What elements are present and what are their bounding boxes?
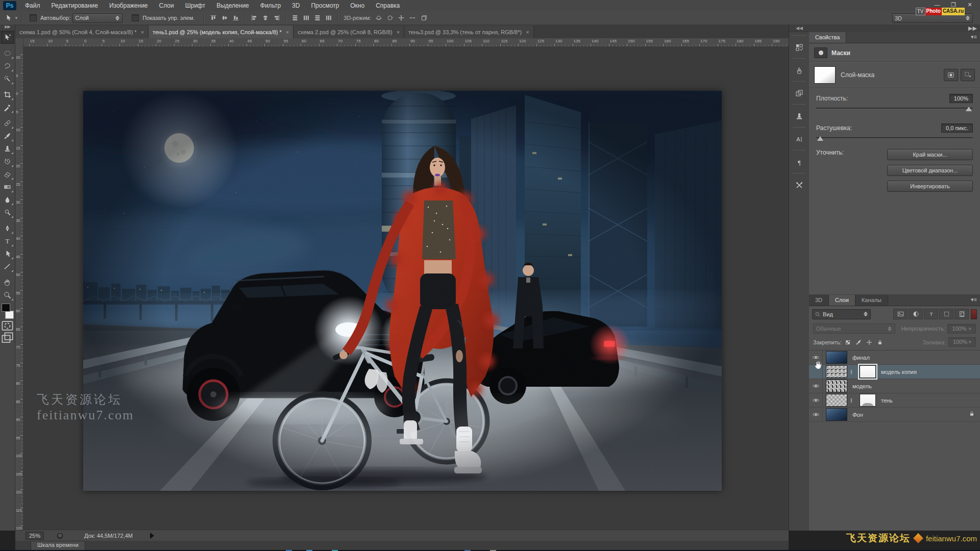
autoselect-target-dropdown[interactable]: Слой [72,13,122,23]
add-vector-mask-button[interactable] [961,69,975,81]
3d-scale-icon[interactable] [418,13,429,23]
align-top-edges-icon[interactable] [208,13,219,23]
select-pixel-mask-button[interactable] [944,69,958,81]
menu-шрифт[interactable]: Шрифт [180,0,211,11]
3d-slide-icon[interactable] [407,13,418,23]
layer-filter-dropdown[interactable]: Вид [812,309,871,319]
layer-mask-thumbnail[interactable] [814,66,836,84]
layer-thumbnail[interactable] [826,351,847,364]
layer-name[interactable]: финал [852,355,870,361]
clone-stamp-tool[interactable] [1,142,14,155]
layer-visibility-eye-icon[interactable] [809,408,823,421]
menu-справка[interactable]: Справка [370,0,405,11]
tab-слои[interactable]: Слои [829,295,855,306]
layer-thumbnail[interactable] [826,365,847,378]
lock-position-icon[interactable] [865,338,874,346]
layer-thumbnail[interactable] [826,380,847,392]
filter-smart-objects-icon[interactable] [954,309,969,319]
status-menu-arrow-icon[interactable] [150,533,154,539]
tab-close-icon[interactable]: × [397,29,400,35]
layer-row-5[interactable]: Фон [809,408,980,422]
hand-tool[interactable] [1,276,14,289]
expand-dock-icon[interactable]: ◀◀ [789,24,810,32]
menu-файл[interactable]: Файл [19,0,46,11]
preset-caret-icon[interactable]: ▼ [14,16,18,20]
brush-tool[interactable] [1,130,14,142]
eraser-tool[interactable] [1,168,14,181]
tab-close-icon[interactable]: × [526,29,529,35]
collapsed-panel-clone-source-icon[interactable] [789,86,810,101]
layer-thumbnail[interactable] [826,408,847,421]
distribute-vertical-icon[interactable] [289,13,301,23]
background-color-swatch[interactable] [5,311,14,319]
mask-link-chain-icon[interactable] [848,368,854,375]
layer-row-4[interactable]: тень [809,393,980,408]
layer-mask-thumbnail[interactable] [860,365,876,378]
color-range-button[interactable]: Цветовой диапазон... [887,165,973,176]
quick-mask-button[interactable] [1,320,14,331]
align-vertical-centers-icon[interactable] [219,13,230,23]
gradient-tool[interactable] [1,181,14,193]
zoom-tool[interactable] [1,289,14,302]
collapsed-panel-paragraph-icon[interactable]: ¶ [789,155,810,170]
blend-mode-dropdown[interactable]: Обычные [813,323,895,334]
document-tab-1[interactable]: схема 1.psd @ 50% (Слой 4, Слой-маска/8)… [15,26,149,38]
layer-mask-thumbnail[interactable] [860,394,876,407]
collapsed-panel-brush-icon[interactable] [789,63,810,78]
collapse-tools-icon[interactable]: ▶▶ [0,24,15,31]
layer-name[interactable]: тень [881,397,893,404]
menu-редактирование[interactable]: Редактирование [46,0,104,11]
collapsed-panel-styles-icon[interactable] [789,109,810,124]
menu-изображение[interactable]: Изображение [104,0,154,11]
document-tab-3[interactable]: схема 2.psd @ 25% (Слой 8, RGB/8)× [293,26,404,38]
opacity-field[interactable]: 100%▾ [947,324,976,334]
layer-name[interactable]: Фон [852,412,863,418]
tab-каналы[interactable]: Каналы [855,295,888,306]
move-tool-preset-icon[interactable] [3,13,14,23]
dodge-tool[interactable] [1,206,14,219]
layer-name[interactable]: модель [852,383,872,389]
density-slider[interactable] [816,106,973,111]
distribute-lefts-icon[interactable] [323,13,334,23]
3d-orbit-icon[interactable] [373,13,384,23]
filter-type-layers-icon[interactable]: T [924,309,938,319]
document-tab-2[interactable]: тень1.psd @ 25% (модель копия, Слой-маск… [149,26,293,38]
line-tool[interactable] [1,260,14,273]
photo-document[interactable] [83,91,722,491]
menu-фильтр[interactable]: Фильтр [255,0,286,11]
lock-transparency-icon[interactable] [843,338,852,346]
tab-close-icon[interactable]: × [141,29,144,35]
collapsed-panel-character-icon[interactable]: A [789,132,810,147]
align-left-edges-icon[interactable] [249,13,260,23]
marquee-tool[interactable] [1,47,14,60]
properties-panel-menu-icon[interactable]: ▾≡ [971,34,977,40]
history-brush-tool[interactable] [1,155,14,168]
layer-visibility-eye-icon[interactable] [809,379,823,393]
blur-tool[interactable] [1,193,14,206]
autoselect-checkbox[interactable] [30,14,37,21]
distribute-tops-icon[interactable] [312,13,323,23]
tab-properties[interactable]: Свойства [809,32,846,43]
align-right-edges-icon[interactable] [271,13,282,23]
collapse-dock-icon[interactable]: ▶▶ [968,25,977,32]
mask-link-chain-icon[interactable] [848,397,854,404]
menu-3d[interactable]: 3D [286,0,305,11]
show-transform-controls-checkbox[interactable] [132,14,139,21]
feather-value[interactable]: 0,0 пикс. [941,123,973,133]
align-bottom-edges-icon[interactable] [230,13,241,23]
3d-roll-icon[interactable] [384,13,396,23]
lock-pixels-icon[interactable] [854,338,863,346]
filter-toggle[interactable] [971,309,977,319]
layers-panel-menu-icon[interactable]: ▾≡ [971,296,977,303]
layer-row-1[interactable]: финал [809,350,980,365]
layer-thumbnail[interactable] [826,394,847,407]
tab-3d[interactable]: 3D [809,295,829,306]
pen-tool[interactable] [1,222,14,235]
foreground-color-swatch[interactable] [2,304,10,312]
eyedropper-tool[interactable] [1,101,14,114]
collapsed-panel-properties-icon[interactable] [789,40,810,55]
healing-brush-tool[interactable] [1,117,14,130]
lasso-tool[interactable] [1,60,14,72]
crop-tool[interactable] [1,88,14,101]
move-tool[interactable] [1,31,14,44]
